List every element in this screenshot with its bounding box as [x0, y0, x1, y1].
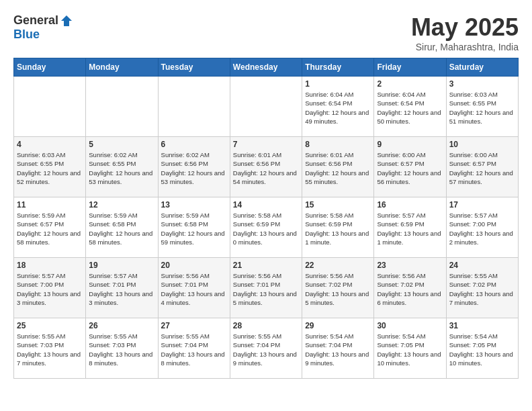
calendar-day-cell: 26Sunrise: 5:55 AM Sunset: 7:03 PM Dayli…	[86, 318, 158, 379]
day-number: 14	[233, 200, 299, 210]
day-number: 7	[233, 140, 299, 149]
calendar-day-cell: 8Sunrise: 6:01 AM Sunset: 6:56 PM Daylig…	[302, 137, 374, 197]
day-info: Sunrise: 5:57 AM Sunset: 7:00 PM Dayligh…	[449, 211, 515, 246]
day-number: 3	[449, 79, 515, 89]
calendar-day-cell: 1Sunrise: 6:04 AM Sunset: 6:54 PM Daylig…	[302, 77, 374, 137]
calendar-day-cell: 5Sunrise: 6:02 AM Sunset: 6:55 PM Daylig…	[86, 137, 158, 197]
day-of-week-header: Monday	[86, 58, 158, 77]
day-number: 9	[377, 140, 443, 149]
calendar-day-cell: 4Sunrise: 6:03 AM Sunset: 6:55 PM Daylig…	[14, 137, 86, 197]
day-number: 12	[89, 200, 154, 210]
day-number: 21	[233, 261, 299, 270]
day-info: Sunrise: 5:56 AM Sunset: 7:01 PM Dayligh…	[233, 271, 299, 307]
day-info: Sunrise: 6:00 AM Sunset: 6:57 PM Dayligh…	[449, 150, 515, 186]
calendar-day-cell: 25Sunrise: 5:55 AM Sunset: 7:03 PM Dayli…	[14, 318, 86, 379]
day-info: Sunrise: 6:02 AM Sunset: 6:55 PM Dayligh…	[89, 150, 154, 186]
calendar-day-cell: 29Sunrise: 5:54 AM Sunset: 7:04 PM Dayli…	[302, 318, 374, 379]
calendar-day-cell	[230, 77, 302, 137]
day-of-week-header: Thursday	[302, 58, 374, 77]
calendar-week-row: 1Sunrise: 6:04 AM Sunset: 6:54 PM Daylig…	[14, 77, 519, 137]
day-info: Sunrise: 5:55 AM Sunset: 7:04 PM Dayligh…	[233, 332, 299, 367]
day-of-week-header: Tuesday	[158, 58, 230, 77]
day-number: 6	[161, 140, 227, 149]
day-number: 19	[89, 261, 154, 270]
day-number: 31	[449, 321, 515, 330]
calendar-table: SundayMondayTuesdayWednesdayThursdayFrid…	[13, 58, 519, 379]
calendar-day-cell: 6Sunrise: 6:02 AM Sunset: 6:56 PM Daylig…	[158, 137, 230, 197]
calendar-day-cell: 20Sunrise: 5:56 AM Sunset: 7:01 PM Dayli…	[158, 258, 230, 318]
day-info: Sunrise: 5:57 AM Sunset: 6:59 PM Dayligh…	[377, 211, 443, 246]
day-number: 18	[17, 261, 83, 270]
logo-general-text: General	[13, 13, 58, 28]
month-title: May 2025	[411, 13, 519, 42]
day-number: 26	[89, 321, 154, 330]
calendar-day-cell: 17Sunrise: 5:57 AM Sunset: 7:00 PM Dayli…	[446, 197, 518, 258]
day-of-week-header: Friday	[374, 58, 446, 77]
day-info: Sunrise: 6:03 AM Sunset: 6:55 PM Dayligh…	[449, 90, 515, 126]
day-of-week-header: Sunday	[14, 58, 86, 77]
day-info: Sunrise: 6:04 AM Sunset: 6:54 PM Dayligh…	[305, 90, 371, 126]
calendar-week-row: 18Sunrise: 5:57 AM Sunset: 7:00 PM Dayli…	[14, 258, 519, 318]
day-number: 17	[449, 200, 515, 210]
day-number: 8	[305, 140, 371, 149]
calendar-day-cell: 13Sunrise: 5:59 AM Sunset: 6:58 PM Dayli…	[158, 197, 230, 258]
calendar-day-cell: 18Sunrise: 5:57 AM Sunset: 7:00 PM Dayli…	[14, 258, 86, 318]
calendar-day-cell: 9Sunrise: 6:00 AM Sunset: 6:57 PM Daylig…	[374, 137, 446, 197]
calendar-day-cell: 7Sunrise: 6:01 AM Sunset: 6:56 PM Daylig…	[230, 137, 302, 197]
day-info: Sunrise: 5:57 AM Sunset: 7:00 PM Dayligh…	[17, 271, 83, 307]
logo-icon	[60, 14, 73, 28]
calendar-week-row: 4Sunrise: 6:03 AM Sunset: 6:55 PM Daylig…	[14, 137, 519, 197]
calendar-day-cell: 28Sunrise: 5:55 AM Sunset: 7:04 PM Dayli…	[230, 318, 302, 379]
calendar-day-cell	[86, 77, 158, 137]
day-info: Sunrise: 5:59 AM Sunset: 6:58 PM Dayligh…	[161, 211, 227, 246]
day-number: 24	[449, 261, 515, 270]
day-number: 5	[89, 140, 154, 149]
day-number: 25	[17, 321, 83, 330]
calendar-day-cell	[14, 77, 86, 137]
day-info: Sunrise: 5:54 AM Sunset: 7:05 PM Dayligh…	[377, 332, 443, 367]
day-info: Sunrise: 5:58 AM Sunset: 6:59 PM Dayligh…	[305, 211, 371, 246]
day-number: 29	[305, 321, 371, 330]
day-number: 11	[17, 200, 83, 210]
day-info: Sunrise: 5:56 AM Sunset: 7:01 PM Dayligh…	[161, 271, 227, 307]
calendar-day-cell: 21Sunrise: 5:56 AM Sunset: 7:01 PM Dayli…	[230, 258, 302, 318]
calendar-header-row: SundayMondayTuesdayWednesdayThursdayFrid…	[14, 58, 519, 77]
calendar-week-row: 25Sunrise: 5:55 AM Sunset: 7:03 PM Dayli…	[14, 318, 519, 379]
location-subtitle: Sirur, Maharashtra, India	[411, 42, 519, 52]
day-number: 1	[305, 79, 371, 89]
calendar-day-cell: 11Sunrise: 5:59 AM Sunset: 6:57 PM Dayli…	[14, 197, 86, 258]
day-number: 13	[161, 200, 227, 210]
calendar-week-row: 11Sunrise: 5:59 AM Sunset: 6:57 PM Dayli…	[14, 197, 519, 258]
day-number: 22	[305, 261, 371, 270]
day-number: 2	[377, 79, 443, 89]
day-info: Sunrise: 5:54 AM Sunset: 7:04 PM Dayligh…	[305, 332, 371, 367]
day-info: Sunrise: 6:04 AM Sunset: 6:54 PM Dayligh…	[377, 90, 443, 126]
day-of-week-header: Saturday	[446, 58, 518, 77]
day-number: 23	[377, 261, 443, 270]
logo-blue-text: Blue	[13, 28, 40, 42]
calendar-day-cell: 12Sunrise: 5:59 AM Sunset: 6:58 PM Dayli…	[86, 197, 158, 258]
day-info: Sunrise: 6:02 AM Sunset: 6:56 PM Dayligh…	[161, 150, 227, 186]
svg-marker-0	[61, 15, 72, 26]
calendar-day-cell: 31Sunrise: 5:54 AM Sunset: 7:05 PM Dayli…	[446, 318, 518, 379]
calendar-day-cell: 30Sunrise: 5:54 AM Sunset: 7:05 PM Dayli…	[374, 318, 446, 379]
calendar-day-cell: 19Sunrise: 5:57 AM Sunset: 7:01 PM Dayli…	[86, 258, 158, 318]
day-number: 4	[17, 140, 83, 149]
day-number: 28	[233, 321, 299, 330]
day-number: 16	[377, 200, 443, 210]
day-info: Sunrise: 6:01 AM Sunset: 6:56 PM Dayligh…	[233, 150, 299, 186]
day-info: Sunrise: 5:55 AM Sunset: 7:03 PM Dayligh…	[89, 332, 154, 367]
day-number: 15	[305, 200, 371, 210]
page-header: General Blue May 2025 Sirur, Maharashtra…	[13, 13, 519, 52]
logo: General Blue	[13, 13, 73, 42]
calendar-day-cell: 3Sunrise: 6:03 AM Sunset: 6:55 PM Daylig…	[446, 77, 518, 137]
day-number: 30	[377, 321, 443, 330]
calendar-day-cell: 24Sunrise: 5:55 AM Sunset: 7:02 PM Dayli…	[446, 258, 518, 318]
day-number: 27	[161, 321, 227, 330]
day-of-week-header: Wednesday	[230, 58, 302, 77]
calendar-day-cell: 14Sunrise: 5:58 AM Sunset: 6:59 PM Dayli…	[230, 197, 302, 258]
day-info: Sunrise: 5:55 AM Sunset: 7:02 PM Dayligh…	[449, 271, 515, 307]
day-info: Sunrise: 5:56 AM Sunset: 7:02 PM Dayligh…	[305, 271, 371, 307]
calendar-day-cell: 23Sunrise: 5:56 AM Sunset: 7:02 PM Dayli…	[374, 258, 446, 318]
day-info: Sunrise: 5:59 AM Sunset: 6:57 PM Dayligh…	[17, 211, 83, 246]
